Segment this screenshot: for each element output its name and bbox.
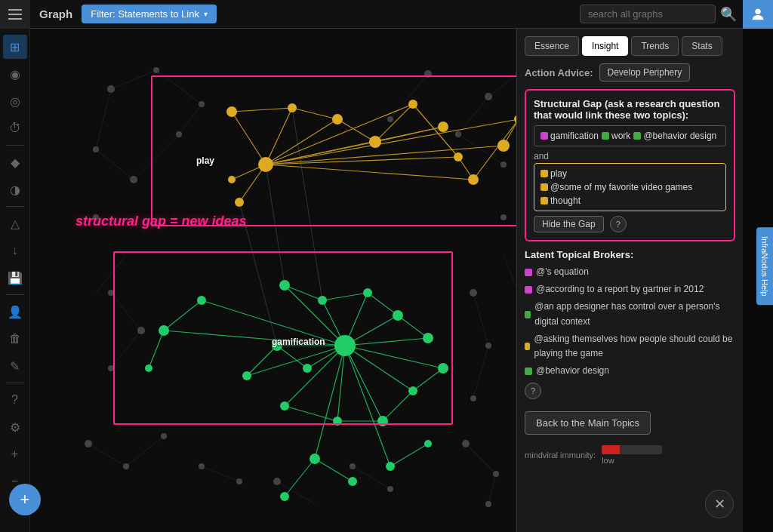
- svg-line-67: [232, 108, 292, 112]
- sidebar-icon-contrast[interactable]: ◑: [3, 177, 27, 201]
- sidebar-icon-grid[interactable]: ⊞: [3, 35, 27, 59]
- svg-line-24: [111, 331, 141, 368]
- svg-line-144: [239, 202, 277, 346]
- svg-line-108: [285, 406, 337, 421]
- tab-trends[interactable]: Trends: [631, 36, 679, 56]
- sidebar-icon-globe[interactable]: ◎: [3, 89, 27, 113]
- filter-label: Filter: Statements to Link: [91, 8, 199, 20]
- hamburger-icon: [8, 9, 22, 20]
- tag-play: play: [540, 168, 567, 179]
- hide-gap-button[interactable]: Hide the Gap: [534, 216, 604, 232]
- structural-gap-help-button[interactable]: ?: [610, 216, 627, 232]
- add-node-button[interactable]: +: [9, 484, 41, 515]
- sidebar-icon-user[interactable]: 👤: [3, 300, 27, 324]
- svg-point-87: [228, 176, 236, 183]
- svg-point-130: [280, 401, 289, 411]
- tag-thought: thought: [540, 195, 581, 206]
- sidebar-icon-share[interactable]: △: [3, 211, 27, 235]
- immunity-label: mindviral immunity:: [525, 451, 596, 460]
- svg-point-125: [393, 310, 403, 321]
- svg-line-16: [96, 149, 134, 180]
- svg-line-28: [126, 436, 164, 466]
- sidebar-icon-circle[interactable]: ◉: [3, 62, 27, 86]
- latent-brokers-title: Latent Topical Brokers:: [525, 249, 735, 260]
- svg-line-34: [96, 255, 126, 293]
- broker-dot-equation: [525, 269, 532, 276]
- immunity-bar: [602, 445, 662, 454]
- svg-point-46: [493, 471, 499, 477]
- svg-point-135: [197, 296, 206, 305]
- svg-point-43: [123, 463, 129, 469]
- filter-button[interactable]: Filter: Statements to Link ▾: [82, 5, 217, 23]
- broker-tag-gartner: @according to a report by gartner in 201…: [525, 282, 704, 297]
- svg-point-84: [468, 174, 479, 185]
- svg-line-17: [134, 134, 179, 180]
- svg-point-54: [500, 214, 507, 220]
- tab-row: Essence Insight Trends Stats: [525, 36, 735, 56]
- svg-line-113: [164, 331, 345, 346]
- sidebar-icon-question[interactable]: ?: [3, 388, 27, 412]
- svg-point-126: [423, 333, 433, 343]
- svg-point-131: [333, 417, 342, 426]
- svg-line-104: [368, 293, 398, 315]
- svg-point-134: [438, 363, 448, 374]
- svg-point-121: [334, 335, 356, 356]
- sidebar-icon-clock[interactable]: ⏱: [3, 116, 27, 140]
- close-button[interactable]: ✕: [705, 490, 734, 518]
- tab-essence[interactable]: Essence: [525, 36, 579, 56]
- svg-point-79: [332, 114, 343, 125]
- sidebar-icon-trash[interactable]: 🗑: [3, 327, 27, 351]
- develop-periphery-button[interactable]: Develop Periphery: [599, 63, 691, 81]
- svg-point-52: [485, 501, 491, 507]
- tag-gamification: gamification: [540, 131, 599, 141]
- svg-point-137: [145, 364, 152, 372]
- svg-point-50: [350, 463, 356, 469]
- svg-line-25: [473, 293, 488, 346]
- search-button[interactable]: 🔍: [720, 6, 737, 23]
- svg-line-93: [345, 338, 428, 346]
- svg-line-73: [473, 119, 519, 180]
- svg-line-98: [337, 346, 345, 421]
- action-advice-label: Action Advice:: [525, 67, 593, 78]
- sidebar-divider-4: [6, 383, 24, 383]
- profile-button[interactable]: [743, 0, 773, 29]
- menu-button[interactable]: [0, 0, 30, 29]
- svg-line-103: [322, 293, 368, 300]
- svg-line-29: [466, 444, 496, 474]
- svg-line-102: [285, 285, 322, 300]
- svg-line-14: [156, 70, 202, 104]
- svg-point-140: [348, 477, 357, 486]
- sidebar-icon-settings[interactable]: ⚙: [3, 415, 27, 439]
- svg-point-82: [438, 121, 448, 132]
- svg-line-59: [266, 104, 413, 165]
- graph-area[interactable]: play gamification structural gap = new i…: [30, 29, 547, 532]
- broker-dot-behavior-design2: [525, 367, 532, 375]
- svg-point-45: [462, 440, 470, 447]
- svg-line-70: [375, 104, 413, 142]
- sidebar-icon-download[interactable]: ↓: [3, 238, 27, 263]
- svg-point-42: [85, 440, 92, 447]
- gap-actions: Hide the Gap ?: [534, 216, 726, 232]
- svg-point-40: [485, 343, 491, 349]
- search-input[interactable]: [580, 5, 716, 23]
- sidebar-icon-edit[interactable]: ✎: [3, 354, 27, 378]
- svg-line-21: [390, 74, 428, 119]
- svg-point-51: [387, 486, 393, 492]
- svg-point-139: [280, 492, 289, 501]
- graph-svg: [30, 29, 547, 532]
- sidebar-icon-plus[interactable]: +: [3, 442, 27, 466]
- svg-point-44: [161, 433, 167, 439]
- infranodus-help-tab[interactable]: InfraNodus Help: [756, 227, 773, 306]
- svg-line-112: [202, 300, 345, 346]
- sidebar-icon-save[interactable]: 💾: [3, 266, 27, 290]
- tab-stats[interactable]: Stats: [682, 36, 722, 56]
- svg-point-124: [363, 288, 372, 297]
- back-to-main-topics-button[interactable]: Back to the Main Topics: [525, 411, 651, 435]
- svg-line-145: [292, 108, 322, 300]
- brokers-help-button[interactable]: ?: [525, 383, 541, 399]
- svg-line-99: [345, 346, 383, 421]
- svg-line-30: [488, 474, 496, 504]
- sidebar-divider-3: [6, 294, 24, 295]
- sidebar-icon-diamond[interactable]: ◆: [3, 150, 27, 174]
- tab-insight[interactable]: Insight: [582, 36, 628, 56]
